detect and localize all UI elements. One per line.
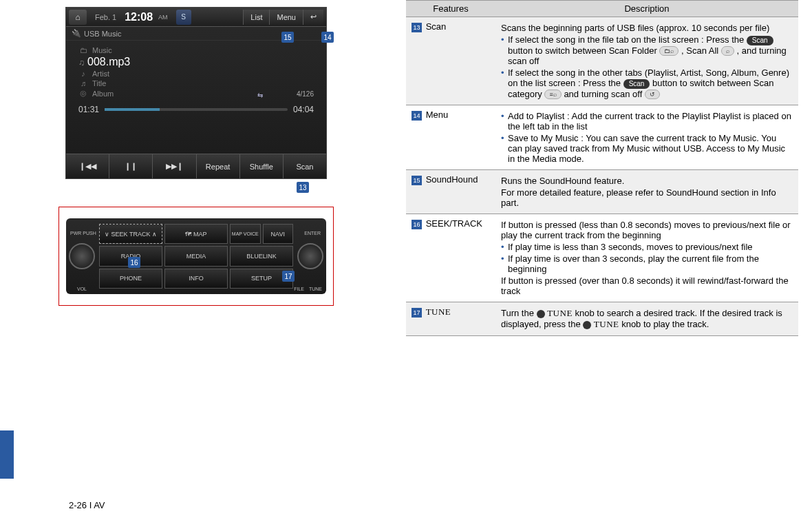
- shuffle-icon: ⇆: [257, 92, 271, 101]
- mapvoice-button[interactable]: MAP VOICE: [230, 224, 261, 244]
- folder-row: 🗀Music: [78, 46, 314, 54]
- play-controls: ❙◀◀ ❙❙ ▶▶❙ Repeat Shuffle Scan: [66, 154, 326, 178]
- desc-menu: Add to Playlist : Add the current track …: [495, 105, 798, 170]
- feature-menu: 14 Menu: [406, 105, 495, 170]
- usb-icon: 🔌: [72, 29, 81, 38]
- phone-button[interactable]: PHONE: [99, 269, 162, 289]
- vol-label: VOL: [77, 287, 87, 291]
- scan-pill-1: Scan: [747, 36, 773, 45]
- tune-knob-icon-2: [583, 321, 591, 329]
- repeat-button[interactable]: Repeat: [197, 154, 240, 178]
- info-button[interactable]: INFO: [164, 269, 228, 289]
- callout-16: 16: [128, 257, 140, 268]
- menu-button[interactable]: Menu: [269, 10, 303, 25]
- track-counter: 4/126: [297, 90, 314, 98]
- num-16: 16: [412, 220, 422, 229]
- section-tab: [0, 430, 14, 479]
- callout-14: 14: [321, 32, 334, 43]
- tune-knob-icon: [537, 310, 545, 318]
- status-ampm: AM: [158, 14, 168, 21]
- status-date: Feb. 1: [95, 13, 116, 21]
- next-button[interactable]: ▶▶❙: [153, 154, 196, 178]
- num-13: 13: [412, 23, 422, 32]
- back-button[interactable]: ↩: [303, 10, 323, 25]
- seek-track-button[interactable]: ∨ SEEK TRACK ∧: [99, 224, 162, 244]
- note-icon: ♫: [78, 58, 85, 67]
- media-button[interactable]: MEDIA: [164, 246, 228, 266]
- track-name: ♫008.mp3: [78, 56, 314, 68]
- home-icon[interactable]: ⌂: [69, 10, 87, 25]
- title-icon: ♬: [78, 79, 88, 87]
- status-time: 12:08: [125, 11, 153, 23]
- map-button[interactable]: 🗺 MAP: [164, 224, 228, 244]
- artist-icon: ♪: [78, 70, 88, 78]
- source-label: USB Music: [84, 30, 121, 38]
- prev-button[interactable]: ❙◀◀: [66, 154, 109, 178]
- feature-scan: 13 Scan: [406, 17, 495, 105]
- callout-15: 15: [281, 32, 294, 43]
- feature-tune: 17 TUNE: [406, 302, 495, 336]
- desc-scan: Scans the beginning parts of USB files (…: [495, 17, 798, 105]
- status-bar: ⌂ Feb. 1 12:08 AM S List Menu ↩: [66, 8, 326, 27]
- head-unit-screenshot: ⌂ Feb. 1 12:08 AM S List Menu ↩ 🔌 USB Mu…: [65, 7, 327, 179]
- scan-pill-2: Scan: [623, 79, 650, 89]
- page-number: 2-26 I AV: [69, 500, 105, 510]
- title-row: ♬Title: [78, 79, 314, 87]
- num-14: 14: [412, 111, 422, 121]
- folder-icon: 🗀: [78, 46, 88, 54]
- col-description: Description: [495, 1, 798, 17]
- album-row: ◎Album: [78, 89, 314, 98]
- features-table: Features Description 13 Scan Scans the b…: [406, 0, 798, 336]
- time-total: 04:04: [293, 105, 314, 114]
- num-15: 15: [412, 176, 422, 185]
- scan-folder-icon: 🗀⌕: [659, 46, 679, 56]
- navi-button[interactable]: NAVI: [263, 224, 294, 244]
- time-elapsed: 01:31: [78, 105, 99, 114]
- tune-knob[interactable]: [297, 243, 323, 269]
- pause-button[interactable]: ❙❙: [109, 154, 153, 178]
- desc-tune: Turn the TUNE knob to search a desired t…: [495, 302, 798, 336]
- hardware-panel: PWR PUSH VOL ENTER TUNE FILE ∨ SEEK TRAC…: [58, 207, 334, 306]
- list-button[interactable]: List: [243, 10, 269, 25]
- enter-label: ENTER: [304, 231, 321, 236]
- desc-soundhound: Runs the SoundHound feature. For more de…: [495, 170, 798, 214]
- artist-row: ♪Artist: [78, 70, 314, 78]
- scan-off-icon: ↺: [645, 90, 660, 99]
- num-17: 17: [412, 308, 422, 318]
- feature-soundhound: 15 SoundHound: [406, 170, 495, 214]
- shuffle-button[interactable]: Shuffle: [240, 154, 284, 178]
- progress-bar[interactable]: [105, 108, 288, 111]
- album-icon: ◎: [78, 89, 88, 98]
- bluelink-button[interactable]: BLUELINK: [230, 246, 293, 266]
- folder-name: Music: [92, 46, 112, 54]
- feature-seektrack: 16 SEEK/TRACK: [406, 214, 495, 302]
- pwr-label: PWR PUSH: [70, 231, 96, 236]
- tune-label: TUNE: [309, 287, 322, 291]
- scan-all-icon: ⌕: [721, 46, 734, 56]
- desc-seektrack: If button is pressed (less than 0.8 seco…: [495, 214, 798, 302]
- soundhound-icon[interactable]: S: [176, 10, 191, 25]
- callout-17: 17: [282, 271, 295, 282]
- col-features: Features: [406, 1, 495, 17]
- file-label: FILE: [294, 287, 304, 291]
- volume-knob[interactable]: [69, 243, 95, 269]
- scan-category-icon: ≡⌕: [544, 90, 561, 99]
- callout-13: 13: [297, 182, 309, 193]
- scan-button[interactable]: Scan: [284, 154, 326, 178]
